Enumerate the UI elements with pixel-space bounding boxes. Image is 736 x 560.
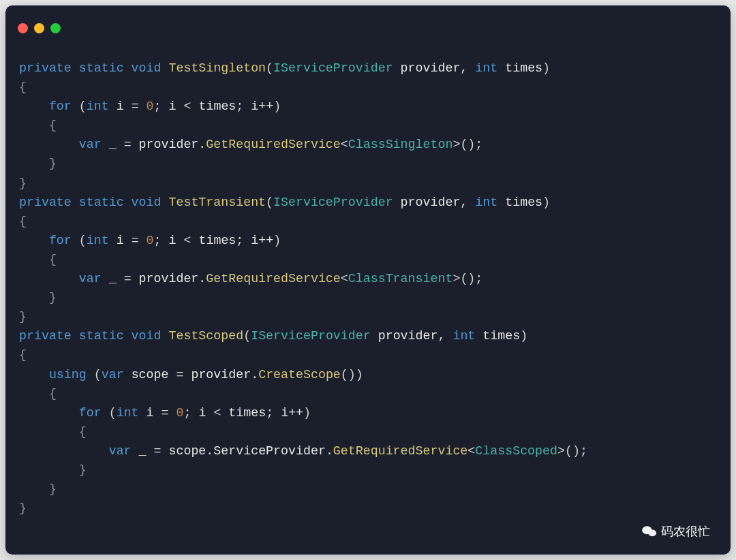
type-classscoped: ClassScoped [475, 444, 557, 458]
kw-void: void [132, 61, 162, 75]
prop-serviceprovider: ServiceProvider [213, 444, 326, 458]
kw-for: for [49, 99, 72, 113]
code-window: private static void TestSingleton(IServi… [5, 5, 731, 555]
fn-testtransient: TestTransient [168, 196, 266, 209]
fn-testscoped: TestScoped [168, 329, 243, 343]
close-traffic-light-icon[interactable] [18, 23, 28, 33]
type-classtransient: ClassTransient [348, 272, 453, 285]
type-iserviceprovider: IServiceProvider [273, 61, 393, 75]
zoom-traffic-light-icon[interactable] [50, 23, 61, 33]
type-classsingleton: ClassSingleton [348, 138, 453, 151]
kw-using: using [49, 368, 87, 382]
fn-getrequiredservice: GetRequiredService [206, 138, 340, 151]
var-scope: scope [132, 368, 169, 382]
watermark: 码农很忙 [642, 523, 710, 540]
brace-close: } [19, 176, 27, 190]
kw-var: var [79, 138, 102, 151]
fn-createscope: CreateScope [258, 368, 341, 382]
kw-static: static [79, 61, 124, 75]
window-titlebar [5, 5, 731, 38]
num-zero: 0 [147, 99, 154, 113]
wechat-icon [642, 525, 657, 538]
svg-point-1 [648, 530, 656, 537]
code-block: private static void TestSingleton(IServi… [5, 38, 731, 531]
kw-int: int [475, 61, 497, 75]
brace-open: { [19, 80, 27, 94]
watermark-text: 码农很忙 [661, 523, 710, 540]
param-times: times [505, 61, 542, 75]
param-provider: provider [401, 61, 461, 75]
minimize-traffic-light-icon[interactable] [34, 23, 44, 33]
kw-private: private [19, 61, 72, 75]
fn-testsingleton: TestSingleton [168, 61, 266, 75]
